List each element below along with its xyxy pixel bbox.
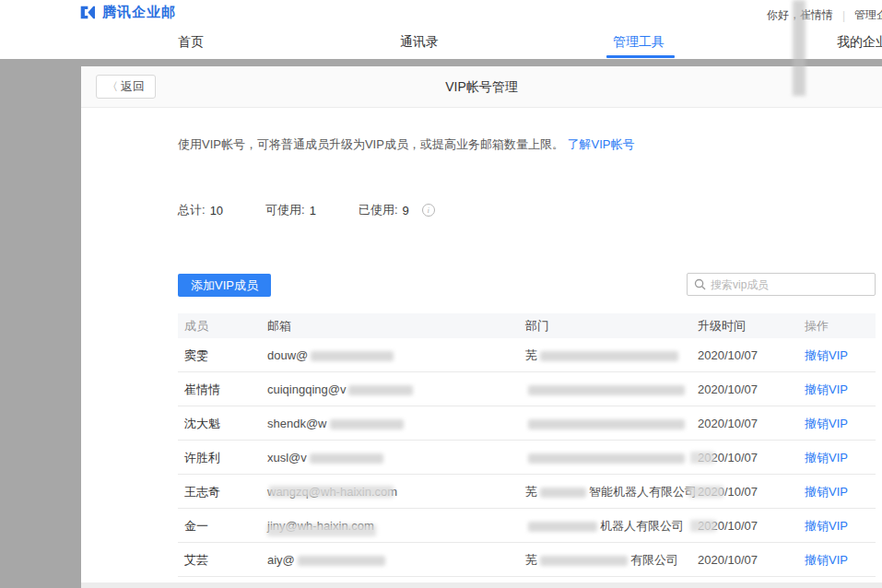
search-box[interactable] <box>687 273 876 296</box>
divider: | <box>842 9 845 22</box>
vip-members-table: 成员 邮箱 部门 升级时间 操作 窦雯 douw@ 芜 2020/10/07 撤… <box>178 313 876 577</box>
redaction-blur <box>348 385 413 395</box>
tab-admin-tools[interactable]: 管理工具 <box>613 34 664 51</box>
redaction-blur <box>690 452 714 464</box>
tab-home[interactable]: 首页 <box>178 34 204 51</box>
tab-my-company[interactable]: 我的企业 <box>837 34 882 51</box>
redaction-blur <box>540 351 678 361</box>
stat-total: 总计: 10 <box>178 202 223 218</box>
upgrade-time: 2020/10/07 <box>698 475 799 509</box>
member-name: 崔情情 <box>184 372 276 406</box>
table-row: 窦雯 douw@ 芜 2020/10/07 撤销VIP <box>178 338 876 372</box>
vip-management-panel: VIP帐号管理 〈 返回 使用VIP帐号，可将普通成员升级为VIP成员，或提高业… <box>81 66 882 582</box>
admin-link[interactable]: 管理企 <box>854 7 882 23</box>
active-tab-underline <box>606 55 675 58</box>
stat-available: 可使用: 1 <box>265 202 316 218</box>
table-row: 王志奇 wangzq@wh-haixin.com 芜智能机器人有限公司 2020… <box>178 475 876 509</box>
table-header-row: 成员 邮箱 部门 升级时间 操作 <box>178 313 876 338</box>
column-header-time: 升级时间 <box>698 313 799 338</box>
member-dept: 芜 <box>525 338 700 372</box>
column-header-dept: 部门 <box>525 313 700 338</box>
stat-used: 已使用: 9 <box>359 202 409 218</box>
member-dept <box>525 372 700 406</box>
member-dept: 芜有限公司 <box>525 543 700 577</box>
logo-text: 腾讯企业邮 <box>102 4 176 21</box>
add-vip-member-button[interactable]: 添加VIP成员 <box>178 274 271 297</box>
table-row: 金一 jiny@wh-haixin.com 机器人有限公司 2020/10/07… <box>178 509 876 543</box>
member-email: cuiqingqing@v <box>267 372 516 406</box>
member-name: 王志奇 <box>184 475 276 509</box>
table-row: 沈大魁 shendk@w 2020/10/07 撤销VIP <box>178 406 876 441</box>
quota-stats: 总计: 10 可使用: 1 已使用: 9 i <box>178 202 435 218</box>
tab-contacts[interactable]: 通讯录 <box>400 34 439 51</box>
column-header-member: 成员 <box>184 313 276 338</box>
redaction-blur <box>267 524 376 536</box>
revoke-vip-link[interactable]: 撤销VIP <box>805 372 874 406</box>
redaction-blur <box>540 488 586 498</box>
chevron-left-icon: 〈 <box>107 79 118 95</box>
redaction-blur <box>269 486 394 498</box>
member-name: 窦雯 <box>184 338 276 372</box>
member-dept <box>525 441 700 475</box>
revoke-vip-link[interactable]: 撤销VIP <box>805 475 874 509</box>
upgrade-time: 2020/10/07 <box>698 509 799 543</box>
member-name: 许胜利 <box>184 441 276 475</box>
redaction-blur <box>528 453 685 464</box>
revoke-vip-link[interactable]: 撤销VIP <box>805 509 874 543</box>
table-row: 艾芸 aiy@ 芜有限公司 2020/10/07 撤销VIP <box>178 543 876 577</box>
member-name: 金一 <box>184 509 276 543</box>
table-row: 许胜利 xusl@v 2020/10/07 撤销VIP <box>178 441 876 475</box>
revoke-vip-link[interactable]: 撤销VIP <box>805 441 874 475</box>
member-email: shendk@w <box>267 406 516 441</box>
learn-more-link[interactable]: 了解VIP帐号 <box>568 137 635 151</box>
upgrade-time: 2020/10/07 <box>698 372 799 406</box>
member-email: aiy@ <box>267 543 516 577</box>
description-body: 使用VIP帐号，可将普通成员升级为VIP成员，或提高业务邮箱数量上限。 <box>178 137 564 151</box>
redaction-blur <box>528 419 685 429</box>
member-email: xusl@v <box>267 441 516 475</box>
redaction-blur <box>330 419 404 429</box>
description-text: 使用VIP帐号，可将普通成员升级为VIP成员，或提高业务邮箱数量上限。 了解VI… <box>178 136 635 153</box>
column-header-email: 邮箱 <box>267 313 516 338</box>
member-email: jiny@wh-haixin.com <box>267 509 516 543</box>
redaction-blur <box>528 385 685 395</box>
back-button-label: 返回 <box>121 78 145 95</box>
page-title: VIP帐号管理 <box>81 66 882 108</box>
revoke-vip-link[interactable]: 撤销VIP <box>805 543 874 577</box>
redaction-blur <box>298 556 385 566</box>
redaction-blur <box>311 351 394 361</box>
member-name: 沈大魁 <box>184 406 276 441</box>
table-row: 崔情情 cuiqingqing@v 2020/10/07 撤销VIP <box>178 372 876 406</box>
exmail-logo-icon <box>77 5 97 20</box>
redaction-blur <box>793 0 806 96</box>
upgrade-time: 2020/10/07 <box>698 543 799 577</box>
redaction-blur <box>690 520 716 532</box>
upgrade-time: 2020/10/07 <box>698 441 799 475</box>
member-email: wangzq@wh-haixin.com <box>267 475 516 509</box>
search-icon <box>694 278 706 290</box>
back-button[interactable]: 〈 返回 <box>96 75 156 99</box>
main-nav-bar: 首页 通讯录 管理工具 我的企业 <box>0 28 882 59</box>
member-dept <box>525 406 700 441</box>
member-email: douw@ <box>267 338 516 372</box>
revoke-vip-link[interactable]: 撤销VIP <box>805 406 874 441</box>
top-header-bar: 腾讯企业邮 你好，崔情情 | 管理企 <box>0 0 882 28</box>
redaction-blur <box>540 556 628 566</box>
redaction-blur <box>528 522 597 532</box>
member-name: 艾芸 <box>184 543 276 577</box>
redaction-blur <box>310 453 383 464</box>
logo[interactable]: 腾讯企业邮 <box>77 4 176 21</box>
member-dept: 机器人有限公司 <box>525 509 700 543</box>
info-icon[interactable]: i <box>422 204 435 217</box>
panel-header: VIP帐号管理 〈 返回 <box>81 66 882 108</box>
bottom-edge-strip <box>81 582 882 588</box>
revoke-vip-link[interactable]: 撤销VIP <box>805 338 874 372</box>
upgrade-time: 2020/10/07 <box>698 406 799 441</box>
upgrade-time: 2020/10/07 <box>698 338 799 372</box>
column-header-action: 操作 <box>805 313 874 338</box>
search-input[interactable] <box>711 278 868 291</box>
member-dept: 芜智能机器人有限公司 <box>525 475 700 509</box>
redaction-blur <box>688 486 723 498</box>
